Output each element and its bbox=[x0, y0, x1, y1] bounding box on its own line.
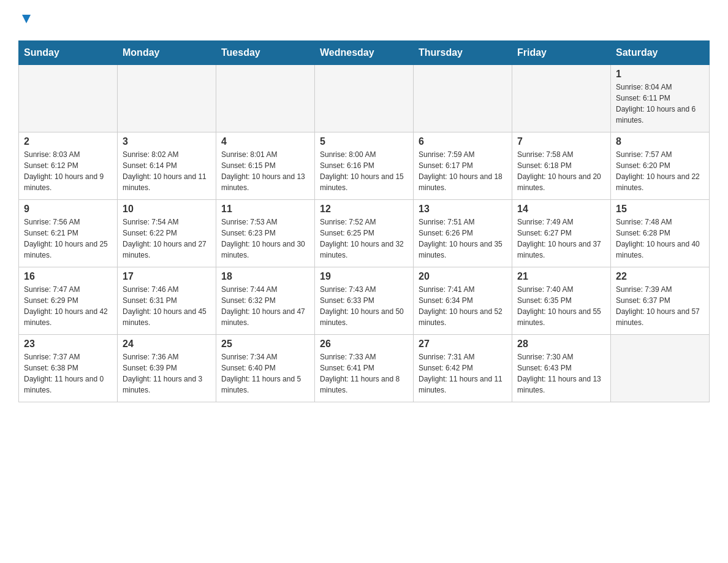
calendar-cell: 16Sunrise: 7:47 AM Sunset: 6:29 PM Dayli… bbox=[19, 267, 118, 335]
logo-arrow-icon bbox=[20, 12, 33, 26]
day-info: Sunrise: 7:53 AM Sunset: 6:23 PM Dayligh… bbox=[221, 216, 309, 261]
day-number: 17 bbox=[123, 271, 211, 282]
calendar-cell: 1Sunrise: 8:04 AM Sunset: 6:11 PM Daylig… bbox=[611, 65, 710, 132]
day-info: Sunrise: 7:49 AM Sunset: 6:27 PM Dayligh… bbox=[517, 216, 605, 261]
calendar-cell: 15Sunrise: 7:48 AM Sunset: 6:28 PM Dayli… bbox=[611, 200, 710, 267]
day-info: Sunrise: 7:54 AM Sunset: 6:22 PM Dayligh… bbox=[123, 216, 211, 261]
calendar-cell: 22Sunrise: 7:39 AM Sunset: 6:37 PM Dayli… bbox=[611, 267, 710, 335]
day-number: 1 bbox=[616, 69, 704, 80]
day-number: 3 bbox=[123, 136, 211, 147]
calendar-cell bbox=[611, 335, 710, 402]
calendar-cell bbox=[216, 65, 315, 132]
day-info: Sunrise: 8:04 AM Sunset: 6:11 PM Dayligh… bbox=[616, 82, 704, 126]
day-info: Sunrise: 7:37 AM Sunset: 6:38 PM Dayligh… bbox=[24, 351, 112, 396]
header-friday: Friday bbox=[512, 41, 611, 65]
day-number: 5 bbox=[320, 136, 408, 147]
day-number: 13 bbox=[419, 204, 507, 215]
day-info: Sunrise: 7:39 AM Sunset: 6:37 PM Dayligh… bbox=[616, 284, 704, 328]
day-number: 20 bbox=[419, 271, 507, 282]
calendar-cell: 9Sunrise: 7:56 AM Sunset: 6:21 PM Daylig… bbox=[19, 200, 118, 267]
day-number: 25 bbox=[221, 339, 309, 350]
day-info: Sunrise: 7:36 AM Sunset: 6:39 PM Dayligh… bbox=[123, 351, 211, 396]
calendar-cell: 11Sunrise: 7:53 AM Sunset: 6:23 PM Dayli… bbox=[216, 200, 315, 267]
day-info: Sunrise: 7:59 AM Sunset: 6:17 PM Dayligh… bbox=[419, 149, 507, 193]
svg-marker-0 bbox=[22, 15, 31, 23]
day-info: Sunrise: 7:40 AM Sunset: 6:35 PM Dayligh… bbox=[517, 284, 605, 328]
calendar-cell: 13Sunrise: 7:51 AM Sunset: 6:26 PM Dayli… bbox=[414, 200, 512, 267]
day-info: Sunrise: 7:48 AM Sunset: 6:28 PM Dayligh… bbox=[616, 216, 704, 261]
day-number: 21 bbox=[517, 271, 605, 282]
calendar-cell bbox=[118, 65, 216, 132]
day-info: Sunrise: 7:46 AM Sunset: 6:31 PM Dayligh… bbox=[123, 284, 211, 328]
calendar-cell: 21Sunrise: 7:40 AM Sunset: 6:35 PM Dayli… bbox=[512, 267, 611, 335]
calendar-cell: 6Sunrise: 7:59 AM Sunset: 6:17 PM Daylig… bbox=[414, 132, 512, 200]
calendar-cell: 7Sunrise: 7:58 AM Sunset: 6:18 PM Daylig… bbox=[512, 132, 611, 200]
day-number: 24 bbox=[123, 339, 211, 350]
day-info: Sunrise: 7:33 AM Sunset: 6:41 PM Dayligh… bbox=[320, 351, 408, 396]
page-header bbox=[18, 12, 710, 28]
day-number: 14 bbox=[517, 204, 605, 215]
day-number: 2 bbox=[24, 136, 112, 147]
calendar-week-row: 9Sunrise: 7:56 AM Sunset: 6:21 PM Daylig… bbox=[19, 200, 710, 267]
header-wednesday: Wednesday bbox=[315, 41, 414, 65]
calendar-cell: 20Sunrise: 7:41 AM Sunset: 6:34 PM Dayli… bbox=[414, 267, 512, 335]
day-number: 26 bbox=[320, 339, 408, 350]
day-info: Sunrise: 7:30 AM Sunset: 6:43 PM Dayligh… bbox=[517, 351, 605, 396]
calendar-cell: 8Sunrise: 7:57 AM Sunset: 6:20 PM Daylig… bbox=[611, 132, 710, 200]
day-info: Sunrise: 8:02 AM Sunset: 6:14 PM Dayligh… bbox=[123, 149, 211, 193]
header-thursday: Thursday bbox=[414, 41, 512, 65]
header-saturday: Saturday bbox=[611, 41, 710, 65]
calendar-cell: 25Sunrise: 7:34 AM Sunset: 6:40 PM Dayli… bbox=[216, 335, 315, 402]
calendar-cell: 18Sunrise: 7:44 AM Sunset: 6:32 PM Dayli… bbox=[216, 267, 315, 335]
calendar-week-row: 1Sunrise: 8:04 AM Sunset: 6:11 PM Daylig… bbox=[19, 65, 710, 132]
day-number: 7 bbox=[517, 136, 605, 147]
calendar-cell: 17Sunrise: 7:46 AM Sunset: 6:31 PM Dayli… bbox=[118, 267, 216, 335]
calendar-week-row: 2Sunrise: 8:03 AM Sunset: 6:12 PM Daylig… bbox=[19, 132, 710, 200]
day-number: 8 bbox=[616, 136, 704, 147]
day-number: 11 bbox=[221, 204, 309, 215]
day-info: Sunrise: 7:51 AM Sunset: 6:26 PM Dayligh… bbox=[419, 216, 507, 261]
calendar-cell: 14Sunrise: 7:49 AM Sunset: 6:27 PM Dayli… bbox=[512, 200, 611, 267]
header-tuesday: Tuesday bbox=[216, 41, 315, 65]
logo bbox=[18, 12, 33, 28]
header-sunday: Sunday bbox=[19, 41, 118, 65]
calendar-cell: 4Sunrise: 8:01 AM Sunset: 6:15 PM Daylig… bbox=[216, 132, 315, 200]
calendar-cell bbox=[414, 65, 512, 132]
calendar-cell bbox=[19, 65, 118, 132]
day-number: 6 bbox=[419, 136, 507, 147]
day-info: Sunrise: 7:43 AM Sunset: 6:33 PM Dayligh… bbox=[320, 284, 408, 328]
day-info: Sunrise: 7:44 AM Sunset: 6:32 PM Dayligh… bbox=[221, 284, 309, 328]
calendar-header-row: Sunday Monday Tuesday Wednesday Thursday… bbox=[19, 41, 710, 65]
day-info: Sunrise: 7:56 AM Sunset: 6:21 PM Dayligh… bbox=[24, 216, 112, 261]
day-number: 22 bbox=[616, 271, 704, 282]
day-info: Sunrise: 7:31 AM Sunset: 6:42 PM Dayligh… bbox=[419, 351, 507, 396]
day-number: 9 bbox=[24, 204, 112, 215]
calendar-cell: 28Sunrise: 7:30 AM Sunset: 6:43 PM Dayli… bbox=[512, 335, 611, 402]
calendar-cell: 3Sunrise: 8:02 AM Sunset: 6:14 PM Daylig… bbox=[118, 132, 216, 200]
day-number: 27 bbox=[419, 339, 507, 350]
day-number: 23 bbox=[24, 339, 112, 350]
day-info: Sunrise: 8:01 AM Sunset: 6:15 PM Dayligh… bbox=[221, 149, 309, 193]
day-info: Sunrise: 7:58 AM Sunset: 6:18 PM Dayligh… bbox=[517, 149, 605, 193]
calendar-cell: 27Sunrise: 7:31 AM Sunset: 6:42 PM Dayli… bbox=[414, 335, 512, 402]
day-number: 18 bbox=[221, 271, 309, 282]
day-info: Sunrise: 8:00 AM Sunset: 6:16 PM Dayligh… bbox=[320, 149, 408, 193]
calendar-table: Sunday Monday Tuesday Wednesday Thursday… bbox=[18, 40, 710, 402]
day-info: Sunrise: 7:34 AM Sunset: 6:40 PM Dayligh… bbox=[221, 351, 309, 396]
day-number: 10 bbox=[123, 204, 211, 215]
day-number: 16 bbox=[24, 271, 112, 282]
calendar-cell: 10Sunrise: 7:54 AM Sunset: 6:22 PM Dayli… bbox=[118, 200, 216, 267]
day-info: Sunrise: 7:41 AM Sunset: 6:34 PM Dayligh… bbox=[419, 284, 507, 328]
calendar-cell: 19Sunrise: 7:43 AM Sunset: 6:33 PM Dayli… bbox=[315, 267, 414, 335]
calendar-week-row: 23Sunrise: 7:37 AM Sunset: 6:38 PM Dayli… bbox=[19, 335, 710, 402]
day-number: 28 bbox=[517, 339, 605, 350]
day-info: Sunrise: 7:52 AM Sunset: 6:25 PM Dayligh… bbox=[320, 216, 408, 261]
calendar-cell: 12Sunrise: 7:52 AM Sunset: 6:25 PM Dayli… bbox=[315, 200, 414, 267]
calendar-cell: 26Sunrise: 7:33 AM Sunset: 6:41 PM Dayli… bbox=[315, 335, 414, 402]
day-number: 4 bbox=[221, 136, 309, 147]
day-number: 12 bbox=[320, 204, 408, 215]
day-info: Sunrise: 7:57 AM Sunset: 6:20 PM Dayligh… bbox=[616, 149, 704, 193]
calendar-cell: 5Sunrise: 8:00 AM Sunset: 6:16 PM Daylig… bbox=[315, 132, 414, 200]
calendar-cell bbox=[315, 65, 414, 132]
day-number: 15 bbox=[616, 204, 704, 215]
